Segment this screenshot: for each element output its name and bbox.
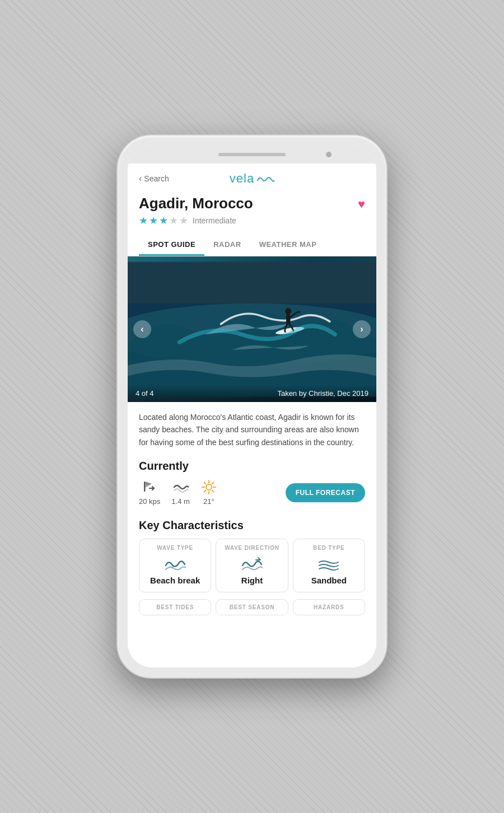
carousel-prev-button[interactable]: ‹ xyxy=(133,320,151,338)
char-value-wave-type: Beach break xyxy=(150,576,200,585)
best-tides-label[interactable]: BEST TIDES xyxy=(139,599,211,615)
notch-bar xyxy=(218,153,286,156)
phone-notch xyxy=(128,146,376,163)
star-3: ★ xyxy=(159,214,168,227)
app-content: ‹ Search vela Agadir, Morocco ★ xyxy=(128,163,376,667)
characteristics-grid: WAVE TYPE Beach break WAVE DIRECTION xyxy=(128,539,376,597)
back-button[interactable]: ‹ Search xyxy=(139,174,169,184)
sandbed-icon xyxy=(318,554,339,572)
svg-line-18 xyxy=(204,490,206,492)
wave-height-item: 1.4 m xyxy=(171,479,190,506)
rating-row: ★ ★ ★ ★ ★ Intermediate xyxy=(139,214,253,227)
logo-wave-icon xyxy=(256,174,274,184)
bottom-labels-row: BEST TIDES BEST SEASON HAZARDS xyxy=(128,597,376,624)
sun-icon xyxy=(201,479,217,495)
best-season-label[interactable]: BEST SEASON xyxy=(216,599,288,615)
full-forecast-button[interactable]: FULL FORECAST xyxy=(286,483,365,502)
tab-radar[interactable]: RADAR xyxy=(204,235,250,256)
title-left: Agadir, Morocco ★ ★ ★ ★ ★ Intermediate xyxy=(139,195,253,227)
back-label: Search xyxy=(144,174,169,183)
char-value-bed-type: Sandbed xyxy=(311,576,347,585)
char-label-bed-type: BED TYPE xyxy=(313,545,344,551)
svg-point-5 xyxy=(285,308,291,314)
currently-row: 20 kps 1.4 m xyxy=(128,479,376,515)
svg-line-16 xyxy=(212,490,213,492)
svg-rect-6 xyxy=(144,482,146,492)
title-area: Agadir, Morocco ★ ★ ★ ★ ★ Intermediate ♥ xyxy=(128,190,376,229)
beach-break-icon xyxy=(165,554,186,572)
carousel-next-button[interactable]: › xyxy=(353,320,371,338)
char-card-wave-direction: WAVE DIRECTION Right xyxy=(216,539,288,592)
svg-line-17 xyxy=(212,483,213,484)
star-rating: ★ ★ ★ ★ ★ xyxy=(139,214,188,227)
app-logo: vela xyxy=(230,171,274,186)
currently-title: Currently xyxy=(128,457,376,479)
back-chevron-icon: ‹ xyxy=(139,174,142,184)
wind-item: 20 kps xyxy=(139,479,160,506)
star-1: ★ xyxy=(139,214,148,227)
skill-level: Intermediate xyxy=(193,216,236,225)
hazards-label[interactable]: HAZARDS xyxy=(293,599,365,615)
star-5: ★ xyxy=(179,214,188,227)
star-2: ★ xyxy=(149,214,158,227)
wave-height-icon xyxy=(173,479,189,495)
characteristics-title: Key Characteristics xyxy=(128,515,376,539)
phone-screen: ‹ Search vela Agadir, Morocco ★ xyxy=(128,146,376,667)
carousel-image xyxy=(128,256,376,402)
char-label-wave-direction: WAVE DIRECTION xyxy=(225,545,279,551)
wind-icon xyxy=(142,479,157,495)
svg-rect-4 xyxy=(286,314,290,324)
char-card-bed-type: BED TYPE Sandbed xyxy=(293,539,365,592)
phone-frame: ‹ Search vela Agadir, Morocco ★ xyxy=(118,136,386,678)
logo-text: vela xyxy=(230,171,254,186)
wave-direction-icon xyxy=(241,554,263,572)
favorite-button[interactable]: ♥ xyxy=(358,195,365,212)
carousel-counter: 4 of 4 xyxy=(136,389,154,398)
svg-line-15 xyxy=(204,483,206,484)
app-header: ‹ Search vela xyxy=(128,163,376,190)
svg-point-10 xyxy=(206,484,212,490)
tab-bar: SPOT GUIDE RADAR WEATHER MAP xyxy=(128,235,376,256)
location-title: Agadir, Morocco xyxy=(139,195,253,212)
surf-scene-svg xyxy=(128,256,376,402)
carousel-photo-credit: Taken by Christie, Dec 2019 xyxy=(277,389,368,398)
photo-carousel: ‹ › 4 of 4 Taken by Christie, Dec 2019 xyxy=(128,256,376,402)
camera-dot xyxy=(326,152,332,157)
star-4: ★ xyxy=(169,214,178,227)
wave-height-value: 1.4 m xyxy=(171,497,190,506)
char-value-wave-direction: Right xyxy=(241,576,263,585)
carousel-caption: 4 of 4 Taken by Christie, Dec 2019 xyxy=(128,385,376,402)
location-description: Located along Morocco's Atlantic coast, … xyxy=(128,402,376,457)
temperature-value: 21° xyxy=(203,497,214,506)
char-label-wave-type: WAVE TYPE xyxy=(157,545,193,551)
tab-spot-guide[interactable]: SPOT GUIDE xyxy=(139,235,204,256)
wind-speed-value: 20 kps xyxy=(139,497,160,506)
char-card-wave-type: WAVE TYPE Beach break xyxy=(139,539,211,592)
temperature-item: 21° xyxy=(201,479,217,506)
tab-weather-map[interactable]: WEATHER MAP xyxy=(250,235,326,256)
